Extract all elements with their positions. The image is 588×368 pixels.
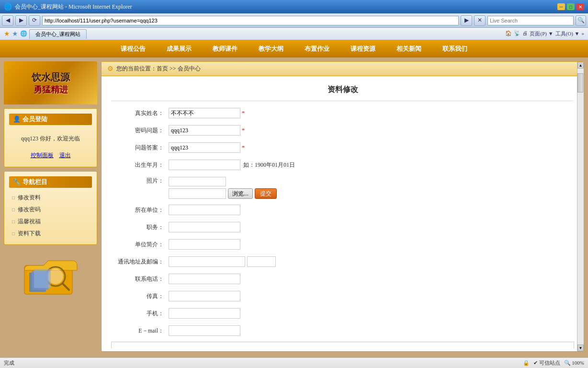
nav-item-6[interactable]: 相关新闻: [386, 40, 432, 58]
form-row-password-question: 密码问题： *: [111, 124, 574, 137]
input-phone[interactable]: [169, 274, 240, 284]
input-email[interactable]: [169, 325, 240, 336]
required-realname: *: [242, 110, 245, 117]
breadcrumb-icon: ⚙: [107, 65, 113, 73]
browser-links-bar: ★ ★ 🌐 会员中心_课程网站 🏠 📡 🖨 页面(P) ▼ 工具(O) ▼ »: [0, 28, 588, 40]
status-bar: 完成 🔒 ✔ 可信站点 🔍 100%: [0, 357, 588, 368]
scroll-down-button[interactable]: ▼: [577, 345, 584, 351]
nav-item-1[interactable]: 成果展示: [156, 40, 202, 58]
form-row-birthdate: 出生年月： 如：1900年01月01日: [111, 159, 574, 171]
browse-button[interactable]: 浏览...: [228, 188, 253, 199]
input-password-question[interactable]: [169, 125, 240, 136]
input-position[interactable]: [169, 222, 240, 232]
label-company: 所在单位：: [111, 206, 169, 214]
nav-item-7[interactable]: 联系我们: [432, 40, 478, 58]
status-right: 🔒 ✔ 可信站点 🔍 100%: [523, 359, 584, 367]
form-row-company-desc: 单位简介：: [111, 238, 574, 251]
close-button[interactable]: ✕: [577, 3, 584, 10]
more-icon[interactable]: »: [582, 30, 585, 37]
nav-list-item-3[interactable]: □ 资料下载: [9, 228, 92, 240]
scroll-thumb[interactable]: [577, 73, 583, 92]
label-photo: 照片：: [111, 177, 169, 185]
scroll-track: [577, 69, 584, 345]
logout-link[interactable]: 退出: [59, 151, 71, 160]
browser-toolbar: ◀ ▶ ⟳ ▶ ✕ 🔍: [0, 13, 588, 28]
window-controls: ─ □ ✕: [557, 3, 584, 10]
browser-title: 会员中心_课程网站 - Microsoft Internet Explorer: [15, 3, 557, 11]
input-answer[interactable]: [169, 142, 240, 153]
form-row-realname: 真实姓名： *: [111, 107, 574, 119]
textarea-area: 华图毕业设计 联系QQ:86943782: [111, 342, 574, 348]
label-address: 通讯地址及邮编：: [111, 258, 169, 266]
nav-item-0[interactable]: 课程公告: [110, 40, 156, 58]
forward-button[interactable]: ▶: [15, 15, 27, 26]
label-phone: 联系电话：: [111, 275, 169, 283]
nav-list-item-2[interactable]: □ 温馨祝福: [9, 216, 92, 228]
nav-item-4[interactable]: 布置作业: [294, 40, 340, 58]
zoom-level: 🔍 100%: [564, 360, 584, 366]
browser-tab[interactable]: 会员中心_课程网站: [29, 29, 87, 39]
logo-line2: 勇猛精进: [34, 84, 68, 95]
input-birthdate[interactable]: [169, 160, 240, 170]
scrollbar[interactable]: ▲ ▼: [577, 62, 584, 351]
add-favorites-icon: ★: [12, 30, 18, 38]
input-mobile[interactable]: [169, 308, 240, 319]
nav-title-text: 导航栏目: [23, 178, 47, 186]
browser-titlebar: 🌐 会员中心_课程网站 - Microsoft Internet Explore…: [0, 0, 588, 13]
tab-icon: 🌐: [20, 30, 27, 37]
form-textarea[interactable]: [111, 342, 574, 348]
logo-line1: 饮水思源: [32, 71, 70, 84]
back-button[interactable]: ◀: [2, 15, 13, 26]
rss-icon: 📡: [514, 30, 520, 37]
search-input[interactable]: [487, 16, 574, 25]
birthdate-hint: 如：1900年01月01日: [243, 161, 295, 169]
bullet-icon-2: □: [12, 219, 15, 224]
input-fax[interactable]: [169, 291, 240, 301]
home-icon: 🏠: [505, 30, 512, 37]
input-address[interactable]: [169, 256, 245, 267]
form-row-answer: 问题答案： *: [111, 141, 574, 154]
control-panel-link[interactable]: 控制面板: [31, 151, 54, 160]
form-row-photo: 照片： 浏览... 提交: [111, 176, 574, 199]
search-go-button[interactable]: 🔍: [576, 15, 586, 26]
address-bar[interactable]: [42, 16, 459, 25]
browser-icon: 🌐: [4, 3, 12, 11]
form-row-fax: 传真：: [111, 290, 574, 302]
input-company[interactable]: [169, 205, 240, 215]
photo-preview: [169, 177, 226, 186]
stop-button[interactable]: ✕: [474, 15, 486, 26]
input-realname[interactable]: [169, 108, 240, 118]
bullet-icon-1: □: [12, 207, 15, 212]
photo-upload-row: 浏览... 提交: [169, 188, 277, 199]
go-button[interactable]: ▶: [461, 15, 472, 26]
nav-item-2[interactable]: 教师课件: [202, 40, 248, 58]
bullet-icon-0: □: [12, 195, 15, 200]
welcome-text: qqq123 你好，欢迎光临: [9, 129, 92, 149]
lock-icon: 🔒: [523, 360, 530, 366]
tools-menu[interactable]: 工具(O) ▼: [555, 30, 580, 37]
form-row-address: 通讯地址及邮编：: [111, 255, 574, 268]
nav-list-item-1[interactable]: □ 修改密码: [9, 204, 92, 216]
login-icon: 👤: [13, 115, 21, 123]
favorites-icon: ★: [4, 30, 10, 38]
input-zip[interactable]: [247, 256, 276, 267]
minimize-button[interactable]: ─: [557, 3, 565, 10]
restore-button[interactable]: □: [567, 3, 575, 10]
nav-box-title: 🔧 导航栏目: [9, 176, 92, 188]
main-content: ⚙ 您的当前位置：首页 >> 会员中心 资料修改 真实姓名： * 密码问题： *: [101, 61, 584, 352]
refresh-button[interactable]: ⟳: [29, 15, 40, 26]
required-password-question: *: [242, 127, 245, 134]
scroll-up-button[interactable]: ▲: [577, 62, 584, 69]
label-password-question: 密码问题：: [111, 126, 169, 135]
nav-list-item-0[interactable]: □ 修改资料: [9, 192, 92, 204]
label-realname: 真实姓名：: [111, 109, 169, 117]
input-company-desc[interactable]: [169, 239, 240, 250]
submit-button[interactable]: 提交: [255, 188, 277, 199]
sidebar-logo: 饮水思源 勇猛精进: [4, 61, 97, 104]
nav-item-5[interactable]: 课程资源: [340, 40, 386, 58]
page-menu[interactable]: 页面(P) ▼: [530, 30, 553, 37]
nav-item-3[interactable]: 教学大纲: [248, 40, 294, 58]
welcome-links: 控制面板 退出: [9, 149, 92, 162]
form-row-position: 职务：: [111, 221, 574, 233]
photo-file-input[interactable]: [169, 188, 226, 199]
